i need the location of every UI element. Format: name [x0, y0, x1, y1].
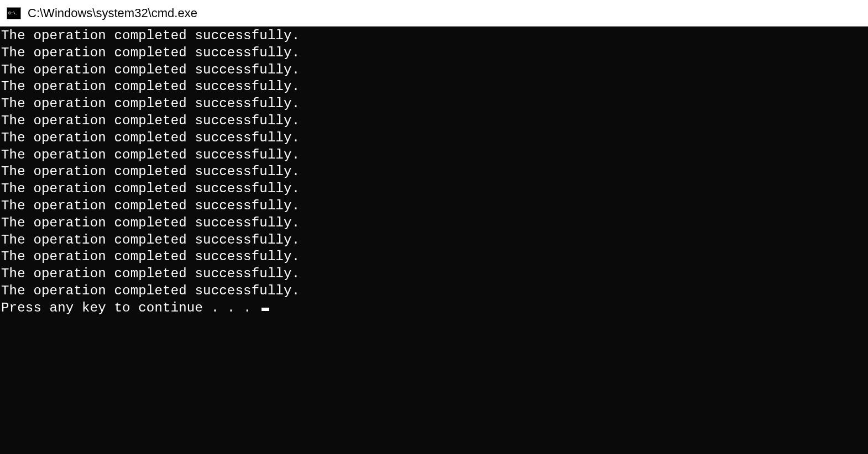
terminal-output-line: The operation completed successfully.	[1, 283, 868, 300]
window-titlebar[interactable]: C:\. C:\Windows\system32\cmd.exe	[0, 0, 868, 27]
terminal-output-line: The operation completed successfully.	[1, 96, 868, 113]
terminal-output-line: The operation completed successfully.	[1, 232, 868, 249]
terminal-cursor	[262, 308, 269, 311]
terminal-output-line: The operation completed successfully.	[1, 215, 868, 232]
terminal-output-line: The operation completed successfully.	[1, 249, 868, 266]
terminal-output-line: The operation completed successfully.	[1, 163, 868, 181]
cmd-icon-label: C:\.	[8, 11, 18, 15]
terminal-output-line: The operation completed successfully.	[1, 113, 868, 130]
window-title: C:\Windows\system32\cmd.exe	[28, 6, 197, 20]
terminal-output-line: The operation completed successfully.	[1, 78, 868, 96]
cmd-icon: C:\.	[7, 7, 21, 19]
terminal-output-line: The operation completed successfully.	[1, 181, 868, 198]
terminal-prompt: Press any key to continue . . .	[1, 300, 259, 315]
terminal-output-line: The operation completed successfully.	[1, 130, 868, 147]
terminal-output-line: The operation completed successfully.	[1, 198, 868, 215]
terminal-output[interactable]: The operation completed successfully.The…	[0, 27, 868, 454]
terminal-output-line: The operation completed successfully.	[1, 266, 868, 283]
terminal-output-line: The operation completed successfully.	[1, 147, 868, 164]
terminal-output-line: The operation completed successfully.	[1, 62, 868, 79]
terminal-output-line: The operation completed successfully.	[1, 28, 868, 45]
terminal-output-line: The operation completed successfully.	[1, 45, 868, 62]
